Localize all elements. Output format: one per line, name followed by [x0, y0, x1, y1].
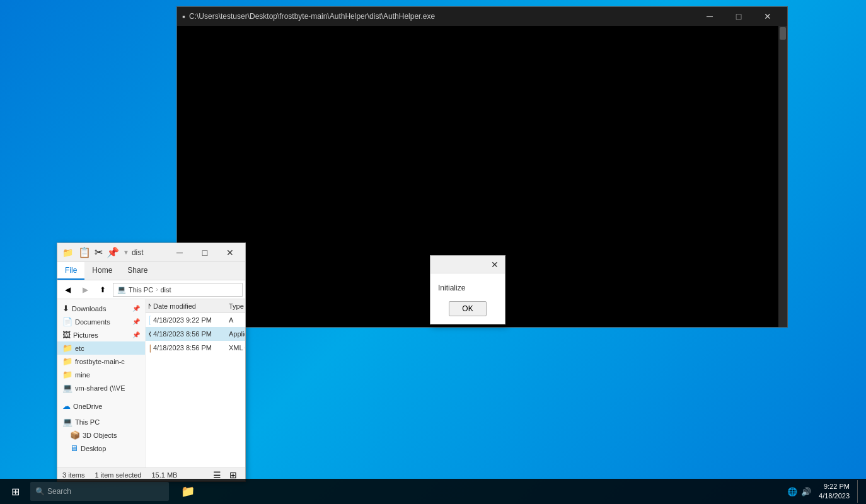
taskbar-pinned-icons: 📁 [174, 479, 202, 504]
sidebar-label-onedrive: OneDrive [73, 403, 102, 410]
dialog-body: Initialize OK [430, 273, 505, 324]
taskbar-right: 🌐 🔊 9:22 PM 4/18/2023 [787, 480, 866, 503]
col-name[interactable]: Name [146, 302, 151, 310]
tab-file[interactable]: File [57, 262, 84, 280]
sidebar-label-desktop: Desktop [81, 445, 106, 452]
sidebar-item-onedrive[interactable]: ☁ OneDrive [57, 399, 145, 413]
sidebar-item-mine[interactable]: 📁 mine [57, 368, 145, 381]
downloads-icon: ⬇ [62, 304, 69, 313]
vmshared-icon: 💻 [62, 383, 72, 392]
console-close-button[interactable]: ✕ [753, 7, 782, 26]
file-name-config: 📋 AuthHelper.exe.config [146, 343, 151, 353]
sidebar-label-thispc: This PC [75, 418, 100, 426]
taskbar-clock[interactable]: 9:22 PM 4/18/2023 [819, 482, 850, 501]
ribbon: File Home Share [57, 262, 245, 280]
console-scrollbar[interactable] [778, 26, 787, 327]
console-title: C:\Users\testuser\Desktop\frostbyte-main… [189, 12, 695, 21]
sidebar-label-documents: Documents [75, 318, 110, 326]
file-list-header: Name Date modified Type Size [146, 299, 245, 313]
pin-icon: 📌 [132, 305, 140, 312]
sidebar-item-frostbyte[interactable]: 📁 frostbyte-main-c [57, 355, 145, 368]
status-size-info: 15.1 MB [151, 471, 177, 479]
sidebar-label-downloads: Downloads [72, 305, 106, 312]
explorer-maximize-button[interactable]: □ [192, 243, 217, 262]
pictures-icon: 🖼 [62, 330, 71, 340]
explorer-main: Name Date modified Type Size 📄 AuthHelpe… [146, 299, 245, 467]
start-icon: ⊞ [11, 486, 20, 498]
explorer-sidebar: ⬇ Downloads 📌 📄 Documents 📌 🖼 Pictures 📌… [57, 299, 146, 467]
tab-home[interactable]: Home [84, 262, 120, 280]
path-dist[interactable]: dist [160, 286, 171, 294]
console-maximize-button[interactable]: □ [724, 7, 753, 26]
table-row[interactable]: 📋 AuthHelper.exe.config 4/18/2023 8:56 P… [146, 341, 245, 355]
col-date[interactable]: Date modified [151, 302, 226, 310]
console-scrollbar-thumb [780, 27, 786, 40]
taskbar-explorer-icon[interactable]: 📁 [174, 479, 202, 504]
nav-forward-button[interactable]: ▶ [78, 282, 93, 297]
sidebar-item-thispc[interactable]: 💻 This PC [57, 415, 145, 428]
path-thispc[interactable]: This PC [129, 286, 153, 294]
taskbar-search[interactable]: 🔍 Search [30, 482, 169, 501]
sidebar-label-etc: etc [75, 345, 84, 352]
table-row[interactable]: ⚙ AuthHelper 4/18/2023 8:56 PM Applicati… [146, 327, 245, 341]
pin-icon-2: 📌 [132, 318, 140, 325]
table-row[interactable]: 📄 AuthHelper.dll 4/18/2023 9:22 PM A 6 K… [146, 313, 245, 327]
address-path[interactable]: 💻 This PC › dist [113, 283, 243, 297]
console-minimize-button[interactable]: ─ [695, 7, 724, 26]
thispc-icon: 💻 [62, 417, 72, 427]
frostbyte-icon: 📁 [62, 357, 72, 366]
file-name-authhelper: ⚙ AuthHelper [146, 329, 151, 339]
dialog-ok-button[interactable]: OK [449, 301, 487, 316]
sidebar-item-vmshared[interactable]: 💻 vm-shared (\\VE [57, 381, 145, 394]
file-list: 📄 AuthHelper.dll 4/18/2023 9:22 PM A 6 K… [146, 313, 245, 467]
path-sep-1: › [156, 286, 158, 293]
system-tray-icons: 🌐 🔊 [787, 487, 811, 496]
volume-icon: 🔊 [801, 487, 811, 496]
file-date-autohelperdll: 4/18/2023 9:22 PM [151, 316, 226, 324]
sidebar-label-frostbyte: frostbyte-main-c [75, 358, 125, 365]
status-items-count: 3 items [62, 471, 84, 479]
show-desktop-button[interactable] [857, 480, 861, 503]
col-type[interactable]: Type [226, 302, 245, 310]
tab-share[interactable]: Share [120, 262, 155, 280]
sidebar-label-3dobjects: 3D Objects [83, 432, 117, 439]
explorer-titlebar: 📁 📋 ✂ 📌 ▼ dist ─ □ ✕ [57, 243, 245, 262]
search-placeholder: Search [47, 487, 71, 496]
sidebar-label-mine: mine [75, 371, 90, 379]
dialog-close-button[interactable]: ✕ [487, 258, 502, 272]
explorer-minimize-button[interactable]: ─ [167, 243, 192, 262]
sidebar-item-3dobjects[interactable]: 📦 3D Objects [57, 428, 145, 442]
search-icon: 🔍 [35, 487, 45, 496]
taskbar-time: 9:22 PM [819, 482, 850, 491]
qa-dropdown-arrow[interactable]: ▼ [123, 249, 129, 256]
explorer-folder-icon: 📁 [62, 248, 73, 258]
status-selected-info: 1 item selected [95, 471, 141, 479]
dialog-titlebar: ✕ [430, 256, 505, 273]
path-icon: 💻 [117, 285, 126, 294]
explorer-close-button[interactable]: ✕ [217, 243, 243, 262]
quick-access-pin2-button[interactable]: 📌 [105, 245, 120, 260]
explorer-window-controls: ─ □ ✕ [167, 243, 243, 262]
sidebar-item-documents[interactable]: 📄 Documents 📌 [57, 315, 145, 328]
quick-access-pin-button[interactable]: 📋 [77, 245, 92, 260]
dialog: ✕ Initialize OK [430, 255, 505, 324]
sidebar-item-etc[interactable]: 📁 etc [57, 341, 145, 355]
quick-access-cut-button[interactable]: ✂ [93, 245, 104, 260]
file-type-config: XML Configuratio... [226, 344, 245, 352]
file-type-authhelper: Application [226, 330, 245, 338]
sidebar-item-desktop[interactable]: 🖥 Desktop [57, 442, 145, 455]
file-date-config: 4/18/2023 8:56 PM [151, 344, 226, 352]
nav-back-button[interactable]: ◀ [60, 282, 75, 297]
documents-icon: 📄 [62, 317, 72, 326]
file-name-autohelperdll: 📄 AuthHelper.dll [146, 316, 151, 325]
nav-up-button[interactable]: ⬆ [95, 282, 110, 297]
sidebar-item-downloads[interactable]: ⬇ Downloads 📌 [57, 302, 145, 315]
desktop-icon: 🖥 [70, 444, 78, 453]
quick-access-toolbar: 📁 📋 ✂ 📌 ▼ [60, 243, 132, 262]
start-button[interactable]: ⊞ [0, 479, 30, 504]
explorer-title: dist [132, 248, 167, 257]
onedrive-icon: ☁ [62, 401, 71, 411]
sidebar-label-pictures: Pictures [73, 331, 98, 339]
file-type-autohelperdll: A [226, 316, 245, 324]
sidebar-item-pictures[interactable]: 🖼 Pictures 📌 [57, 328, 145, 341]
